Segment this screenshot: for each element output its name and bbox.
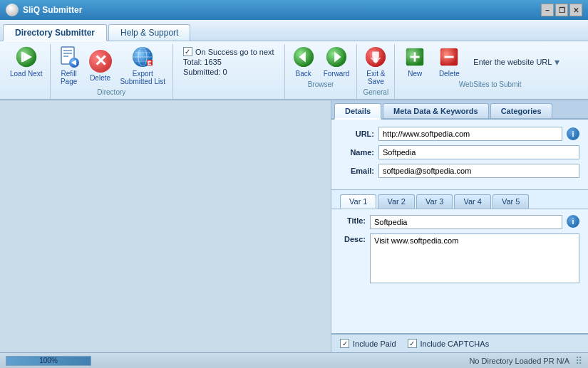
svg-rect-21 xyxy=(373,51,379,57)
directory-group-label: Directory xyxy=(97,88,125,96)
svg-text:E: E xyxy=(148,60,152,66)
load-next-icon xyxy=(15,46,38,68)
delete-website-label: Delete xyxy=(439,70,460,78)
delete-dir-button[interactable]: ✕ Delete xyxy=(86,48,115,83)
name-form-label: Name: xyxy=(340,148,374,157)
refill-page-button[interactable]: RefillPage xyxy=(55,44,83,87)
url-dropdown-arrow[interactable]: ▾ xyxy=(555,56,559,68)
url-info-button[interactable]: i xyxy=(567,127,579,140)
var-tab-2[interactable]: Var 2 xyxy=(378,194,414,209)
url-area-label: Enter the website URL xyxy=(473,58,552,66)
refill-page-icon xyxy=(58,46,81,68)
var-tab-3[interactable]: Var 3 xyxy=(416,194,453,209)
main-tabs-bar: Directory Submitter Help & Support xyxy=(0,20,588,41)
detail-form-area: URL: i Name: Email: xyxy=(331,120,588,190)
bottom-options: ✓ Include Paid ✓ Include CAPTCHAs xyxy=(331,333,588,352)
exit-save-button[interactable]: Exit &Save xyxy=(361,44,390,87)
url-form-label: URL: xyxy=(340,130,374,138)
delete-dir-label: Delete xyxy=(90,74,110,82)
email-form-input[interactable] xyxy=(378,164,579,178)
on-success-label: On Success go to next xyxy=(195,48,274,56)
name-form-input[interactable] xyxy=(378,145,579,159)
url-input-row: Enter the website URL ▾ xyxy=(473,56,575,68)
tab-categories[interactable]: Categories xyxy=(490,103,552,118)
status-bar: 100% No Directory Loaded PR N/A ⠿ xyxy=(0,352,588,368)
total-row: Total: 1635 xyxy=(183,58,274,66)
restore-button[interactable]: ❐ xyxy=(555,4,568,16)
exit-save-label: Exit &Save xyxy=(366,70,385,85)
tab-metadata[interactable]: Meta Data & Keywords xyxy=(383,103,489,118)
detail-panel: Details Meta Data & Keywords Categories … xyxy=(331,100,588,352)
var-tab-5[interactable]: Var 5 xyxy=(492,194,529,209)
toolbar-group-browser: Back Forward xyxy=(285,44,358,99)
email-form-row: Email: xyxy=(340,164,579,178)
app-title: SliQ Submitter xyxy=(23,5,82,15)
refill-label: RefillPage xyxy=(61,70,77,85)
export-icon: E xyxy=(131,46,154,68)
var-tab-4[interactable]: Var 4 xyxy=(454,194,490,209)
toolbar-group-general: Exit &Save General xyxy=(357,44,395,99)
forward-button[interactable]: Forward xyxy=(321,44,353,79)
browser-panel xyxy=(0,100,331,352)
new-label: New xyxy=(408,70,422,78)
tab-help[interactable]: Help & Support xyxy=(108,24,190,41)
load-next-label: Load Next xyxy=(10,70,43,78)
title-info-button[interactable]: i xyxy=(567,215,579,228)
websites-top-row: New xyxy=(399,44,581,79)
title-var-row: Title: i xyxy=(340,215,579,229)
toolbar-items-websites: New xyxy=(399,44,581,79)
toolbar-items-general: Exit &Save xyxy=(361,44,390,87)
toolbar-group-websites: New xyxy=(395,44,585,99)
minimize-button[interactable]: – xyxy=(541,4,554,16)
total-label: Total: 1635 xyxy=(183,58,222,66)
toolbar-items-load: Load Next xyxy=(7,44,46,79)
email-form-label: Email: xyxy=(340,167,374,175)
include-paid-checkbox[interactable]: ✓ xyxy=(340,339,349,348)
status-progress-bar: 100% xyxy=(6,356,91,366)
back-icon xyxy=(292,46,315,68)
forward-label: Forward xyxy=(324,70,350,78)
svg-rect-2 xyxy=(21,52,24,62)
var-content-area: Title: i Desc: xyxy=(331,209,588,333)
title-bar-left: SliQ Submitter xyxy=(6,4,82,16)
url-area: Enter the website URL ▾ xyxy=(468,53,581,70)
toolbar-items-browser: Back Forward xyxy=(289,44,353,79)
checkbox-area: ✓ On Success go to next Total: 1635 Subm… xyxy=(177,44,280,79)
desc-var-textarea[interactable] xyxy=(370,233,579,283)
on-success-row: ✓ On Success go to next xyxy=(183,47,274,56)
tab-directory[interactable]: Directory Submitter xyxy=(3,24,107,41)
var-tabs: Var 1 Var 2 Var 3 Var 4 Var 5 xyxy=(340,194,579,209)
resize-grip[interactable]: ⠿ xyxy=(575,355,582,367)
tab-details[interactable]: Details xyxy=(334,103,381,120)
include-paid-row: ✓ Include Paid xyxy=(340,339,396,348)
general-group-label: General xyxy=(363,88,389,96)
toolbar-items-directory: RefillPage ✕ Delete xyxy=(55,44,168,87)
include-captchas-checkbox[interactable]: ✓ xyxy=(408,339,417,348)
title-controls[interactable]: – ❐ ✕ xyxy=(541,4,582,16)
var-tab-1[interactable]: Var 1 xyxy=(340,194,376,209)
back-button[interactable]: Back xyxy=(289,44,318,79)
include-paid-label: Include Paid xyxy=(353,340,396,348)
load-next-button[interactable]: Load Next xyxy=(7,44,46,79)
include-captchas-label: Include CAPTCHAs xyxy=(421,340,490,348)
title-var-input[interactable] xyxy=(370,215,562,229)
status-text: No Directory Loaded PR N/A xyxy=(469,357,569,365)
var-tabs-area: Var 1 Var 2 Var 3 Var 4 Var 5 xyxy=(331,190,588,209)
exit-save-icon xyxy=(364,46,387,68)
export-label: ExportSubmitted List xyxy=(120,70,165,85)
include-captchas-row: ✓ Include CAPTCHAs xyxy=(408,339,490,348)
delete-website-button[interactable]: Delete xyxy=(433,44,465,79)
submitted-row: Submitted: 0 xyxy=(183,68,274,76)
on-success-checkbox[interactable]: ✓ xyxy=(183,47,192,56)
export-button[interactable]: E ExportSubmitted List xyxy=(118,44,168,87)
title-var-label: Title: xyxy=(340,215,366,225)
name-form-row: Name: xyxy=(340,145,579,159)
url-form-input[interactable] xyxy=(378,127,562,141)
app-logo xyxy=(6,4,19,16)
toolbar-group-checkboxes: ✓ On Success go to next Total: 1635 Subm… xyxy=(173,44,285,99)
main-content: Details Meta Data & Keywords Categories … xyxy=(0,100,588,352)
new-button[interactable]: New xyxy=(399,44,430,79)
delete-website-icon xyxy=(438,46,460,68)
close-button[interactable]: ✕ xyxy=(569,4,582,16)
delete-dir-icon: ✕ xyxy=(89,50,112,73)
